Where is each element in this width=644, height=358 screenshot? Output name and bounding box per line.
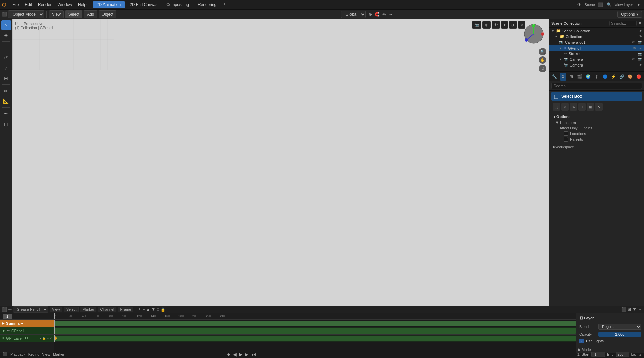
tl-select-btn[interactable]: Select (64, 307, 79, 312)
timeline-icon2[interactable]: ✏ (8, 307, 12, 312)
tool-lasso-icon[interactable]: ∿ (570, 103, 577, 111)
props-object-icon[interactable]: ◎ (593, 73, 600, 81)
end-frame-input[interactable] (616, 352, 629, 357)
playback-label[interactable]: Playback (10, 352, 25, 356)
gplayer-track[interactable] (54, 335, 576, 342)
rotate-view-btn[interactable]: ↺ (539, 65, 546, 72)
tree-camera-group[interactable]: ▼ 📷 Camera 👁 📷 (549, 56, 644, 62)
transform-icon[interactable]: ↔ (389, 12, 393, 17)
add-workspace-button[interactable]: + (221, 1, 228, 8)
outliner-filter-icon[interactable]: ▼ (638, 21, 642, 26)
gplayer-channel[interactable]: ✒ GP_Layer 1.00 ● 🔒 ≡ ✕ (0, 335, 54, 342)
props-search-input[interactable] (551, 83, 642, 89)
mode-icon[interactable]: ⬛ (2, 12, 7, 17)
workspace-header[interactable]: ▶ Workspace (551, 144, 642, 150)
select-tool-btn[interactable]: ↖ (1, 20, 11, 30)
overlay-display-btn[interactable]: 👁 (492, 21, 500, 29)
current-frame-display[interactable]: 1 (3, 314, 12, 319)
opacity-value[interactable]: 1.000 (598, 332, 641, 337)
object-mode-select[interactable]: Object Mode (8, 10, 44, 18)
tl-up-btn[interactable]: ▲ (146, 307, 150, 312)
zoom-in-btn[interactable]: 🔍 (539, 48, 546, 55)
props-scene2-icon[interactable]: 🎬 (576, 73, 583, 81)
props-scene-icon[interactable]: 🔧 (551, 73, 558, 81)
view-btn[interactable]: View (49, 10, 64, 18)
cursor-tool-btn[interactable]: ⊕ (1, 31, 11, 40)
filter-icon[interactable]: ▼ (635, 1, 642, 8)
tl-playhead-icon[interactable]: ⬛ (621, 307, 626, 312)
props-constraints-icon[interactable]: 🎨 (627, 73, 633, 81)
global-select[interactable]: Global (341, 11, 366, 18)
menu-file[interactable]: File (10, 2, 21, 8)
tab-rendering[interactable]: Rendering (194, 1, 221, 8)
tl-sync-icon[interactable]: ↔ (638, 307, 642, 312)
proportional-icon[interactable]: ◎ (382, 12, 386, 17)
view-label[interactable]: View (42, 352, 50, 356)
snap-icon[interactable]: 🧲 (375, 12, 380, 17)
summary-channel[interactable]: ▶ Summary (0, 320, 54, 327)
tree-gpencil[interactable]: ▼ ✒ GPencil 👁 ✒ (549, 45, 644, 51)
tool-tweak-icon[interactable]: ✛ (578, 103, 586, 111)
tl-filter2-icon[interactable]: ▼ (632, 307, 637, 312)
shading-solid-btn[interactable]: ● (501, 21, 508, 29)
tool-circle-icon[interactable]: ○ (561, 103, 569, 111)
gplayer-lock-icon[interactable]: 🔒 (42, 337, 46, 340)
props-data-icon[interactable]: 🔴 (636, 73, 642, 81)
pivot-icon[interactable]: ⊕ (368, 12, 372, 17)
add-btn[interactable]: Add (84, 10, 97, 18)
select-box-row[interactable]: ⬚ Select Box (551, 92, 642, 101)
viewport[interactable]: 2 . (12, 19, 549, 306)
visibility-icon-0[interactable]: 👁 (639, 29, 642, 33)
summary-track[interactable] (54, 320, 576, 327)
visibility-icon-camg[interactable]: 👁 (632, 57, 635, 61)
tl-frame-btn[interactable]: Frame (118, 307, 133, 312)
tool-extra-icon[interactable]: ⊞ (587, 103, 594, 111)
tree-camera-child[interactable]: 📷 Camera 👁 (549, 62, 644, 68)
menu-render[interactable]: Render (35, 2, 54, 8)
search-icon[interactable]: 🔍 (606, 1, 613, 8)
tree-scene-collection[interactable]: ▼ 📁 Scene Collection 👁 (549, 28, 644, 34)
scale-tool-btn[interactable]: ⤢ (1, 63, 11, 73)
gpencil-track[interactable] (54, 327, 576, 335)
keying-label[interactable]: Keying (28, 352, 40, 356)
tree-camera001[interactable]: 📷 Camera.001 👁 📷 (549, 39, 644, 45)
outliner-search[interactable] (609, 21, 637, 26)
draw-tool-btn[interactable]: ✒ (1, 109, 11, 118)
tl-filter-btn[interactable]: □ (157, 307, 159, 312)
options-header[interactable]: ▼ Options (551, 114, 642, 120)
tool-cursor-icon[interactable]: ↖ (595, 103, 603, 111)
transform-tool-btn[interactable]: ⊞ (1, 74, 11, 83)
menu-edit[interactable]: Edit (22, 2, 35, 8)
parents-checkbox[interactable] (564, 137, 568, 142)
timeline-mode-select[interactable]: Grease Pencil (13, 306, 48, 313)
engine-icon[interactable]: ⬛ (3, 352, 7, 356)
tab-2d-animation[interactable]: 2D Animation (93, 1, 125, 8)
tl-marker-btn[interactable]: Marker (80, 307, 96, 312)
overlay-shading-btn[interactable]: ◎ (482, 21, 491, 29)
gpencil-channel[interactable]: ▼ ✒ GPencil (0, 327, 54, 335)
visibility-icon-camc[interactable]: 👁 (639, 63, 642, 67)
overlay-camera-btn[interactable]: 📷 (472, 21, 481, 29)
annotate-tool-btn[interactable]: ✏ (1, 86, 11, 96)
visibility-icon-2[interactable]: 👁 (632, 40, 635, 44)
tree-stroke[interactable]: 〰 Stroke 📷 (549, 51, 644, 56)
menu-window[interactable]: Window (55, 2, 75, 8)
use-lights-checkbox[interactable]: ✓ (579, 339, 584, 343)
props-particles-icon[interactable]: ⚡ (610, 73, 617, 81)
tl-lock-btn[interactable]: 🔒 (160, 307, 165, 312)
move-tool-btn[interactable]: ✛ (1, 43, 11, 53)
visibility-icon-gp[interactable]: 👁 (633, 46, 637, 50)
erase-tool-btn[interactable]: ◻ (1, 119, 11, 129)
render-icon[interactable]: ⬛ (597, 1, 604, 8)
tl-add-btn[interactable]: + (138, 307, 141, 312)
props-modifier-icon[interactable]: 🔵 (602, 73, 608, 81)
visibility-icon-1[interactable]: 👁 (639, 35, 642, 38)
measure-tool-btn[interactable]: 📐 (1, 96, 11, 106)
gplayer-hide-icon[interactable]: ✕ (49, 337, 52, 340)
timeline-mode-icon[interactable]: ⬛ (2, 307, 7, 312)
transform-header[interactable]: ▼ Transform (554, 120, 642, 125)
tab-2d-full-canvas[interactable]: 2D Full Canvas (126, 1, 162, 8)
options-button[interactable]: Options ▾ (617, 11, 642, 18)
shading-material-btn[interactable]: ◑ (509, 21, 517, 29)
start-frame-input[interactable] (591, 352, 605, 357)
